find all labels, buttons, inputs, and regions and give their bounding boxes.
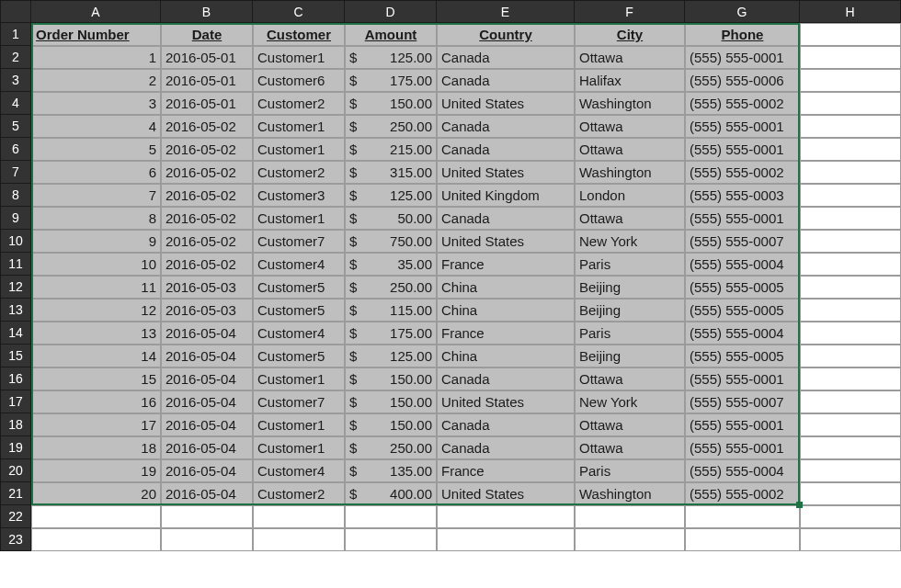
cell-amount[interactable]: $215.00 bbox=[345, 138, 437, 161]
cell-amount[interactable]: $250.00 bbox=[345, 436, 437, 459]
cell-blank[interactable] bbox=[437, 505, 575, 528]
cell-customer[interactable]: Customer1 bbox=[253, 115, 345, 138]
cell-H18[interactable] bbox=[800, 413, 901, 436]
cell-customer[interactable]: Customer5 bbox=[253, 299, 345, 322]
cell-order[interactable]: 16 bbox=[31, 390, 161, 413]
cell-order[interactable]: 18 bbox=[31, 436, 161, 459]
cell-date[interactable]: 2016-05-02 bbox=[161, 138, 253, 161]
cell-amount[interactable]: $150.00 bbox=[345, 413, 437, 436]
cell-date[interactable]: 2016-05-04 bbox=[161, 413, 253, 436]
cell-customer[interactable]: Customer2 bbox=[253, 92, 345, 115]
header-cell-date[interactable]: Date bbox=[161, 23, 253, 46]
cell-H2[interactable] bbox=[800, 46, 901, 69]
row-header-9[interactable]: 9 bbox=[0, 207, 31, 230]
cell-country[interactable]: United States bbox=[437, 230, 575, 253]
cell-customer[interactable]: Customer1 bbox=[253, 436, 345, 459]
cell-amount[interactable]: $250.00 bbox=[345, 115, 437, 138]
row-header-14[interactable]: 14 bbox=[0, 322, 31, 345]
cell-order[interactable]: 2 bbox=[31, 69, 161, 92]
cell-country[interactable]: United States bbox=[437, 92, 575, 115]
cell-amount[interactable]: $750.00 bbox=[345, 230, 437, 253]
cell-city[interactable]: New York bbox=[575, 230, 685, 253]
cell-phone[interactable]: (555) 555-0004 bbox=[685, 253, 800, 276]
cell-H7[interactable] bbox=[800, 161, 901, 184]
column-header-F[interactable]: F bbox=[575, 0, 685, 23]
cell-phone[interactable]: (555) 555-0004 bbox=[685, 459, 800, 482]
row-header-19[interactable]: 19 bbox=[0, 436, 31, 459]
row-header-17[interactable]: 17 bbox=[0, 390, 31, 413]
cell-country[interactable]: France bbox=[437, 459, 575, 482]
cell-amount[interactable]: $150.00 bbox=[345, 368, 437, 390]
cell-date[interactable]: 2016-05-04 bbox=[161, 322, 253, 345]
cell-phone[interactable]: (555) 555-0002 bbox=[685, 482, 800, 505]
cell-amount[interactable]: $125.00 bbox=[345, 46, 437, 69]
cell-H9[interactable] bbox=[800, 207, 901, 230]
cell-country[interactable]: United Kingdom bbox=[437, 184, 575, 207]
cell-blank[interactable] bbox=[31, 505, 161, 528]
cell-phone[interactable]: (555) 555-0005 bbox=[685, 299, 800, 322]
cell-phone[interactable]: (555) 555-0007 bbox=[685, 230, 800, 253]
cell-amount[interactable]: $50.00 bbox=[345, 207, 437, 230]
cell-country[interactable]: China bbox=[437, 276, 575, 299]
header-cell-customer[interactable]: Customer bbox=[253, 23, 345, 46]
cell-blank[interactable] bbox=[575, 528, 685, 551]
cell-date[interactable]: 2016-05-04 bbox=[161, 345, 253, 368]
cell-amount[interactable]: $175.00 bbox=[345, 322, 437, 345]
cell-order[interactable]: 9 bbox=[31, 230, 161, 253]
cell-date[interactable]: 2016-05-02 bbox=[161, 184, 253, 207]
cell-order[interactable]: 5 bbox=[31, 138, 161, 161]
cell-phone[interactable]: (555) 555-0005 bbox=[685, 276, 800, 299]
row-header-5[interactable]: 5 bbox=[0, 115, 31, 138]
cell-customer[interactable]: Customer5 bbox=[253, 276, 345, 299]
row-header-18[interactable]: 18 bbox=[0, 413, 31, 436]
cell-blank[interactable] bbox=[685, 505, 800, 528]
cell-blank[interactable] bbox=[253, 505, 345, 528]
cell-phone[interactable]: (555) 555-0004 bbox=[685, 322, 800, 345]
column-header-G[interactable]: G bbox=[685, 0, 800, 23]
column-header-E[interactable]: E bbox=[437, 0, 575, 23]
cell-date[interactable]: 2016-05-04 bbox=[161, 436, 253, 459]
cell-customer[interactable]: Customer1 bbox=[253, 138, 345, 161]
cell-order[interactable]: 1 bbox=[31, 46, 161, 69]
cell-phone[interactable]: (555) 555-0002 bbox=[685, 161, 800, 184]
header-cell-amount[interactable]: Amount bbox=[345, 23, 437, 46]
cell-H11[interactable] bbox=[800, 253, 901, 276]
cell-blank[interactable] bbox=[161, 505, 253, 528]
row-header-2[interactable]: 2 bbox=[0, 46, 31, 69]
column-header-C[interactable]: C bbox=[253, 0, 345, 23]
cell-city[interactable]: Washington bbox=[575, 92, 685, 115]
cell-country[interactable]: Canada bbox=[437, 436, 575, 459]
cell-order[interactable]: 3 bbox=[31, 92, 161, 115]
cell-order[interactable]: 4 bbox=[31, 115, 161, 138]
cell-order[interactable]: 11 bbox=[31, 276, 161, 299]
cell-H3[interactable] bbox=[800, 69, 901, 92]
cell-blank[interactable] bbox=[161, 528, 253, 551]
cell-date[interactable]: 2016-05-04 bbox=[161, 390, 253, 413]
header-cell-phone[interactable]: Phone bbox=[685, 23, 800, 46]
row-header-8[interactable]: 8 bbox=[0, 184, 31, 207]
cell-country[interactable]: France bbox=[437, 322, 575, 345]
cell-amount[interactable]: $250.00 bbox=[345, 276, 437, 299]
cell-customer[interactable]: Customer7 bbox=[253, 230, 345, 253]
row-header-7[interactable]: 7 bbox=[0, 161, 31, 184]
cell-order[interactable]: 17 bbox=[31, 413, 161, 436]
cell-city[interactable]: Ottawa bbox=[575, 413, 685, 436]
cell-city[interactable]: Ottawa bbox=[575, 436, 685, 459]
cell-H1[interactable] bbox=[800, 23, 901, 46]
cell-customer[interactable]: Customer1 bbox=[253, 207, 345, 230]
cell-order[interactable]: 8 bbox=[31, 207, 161, 230]
row-header-21[interactable]: 21 bbox=[0, 482, 31, 505]
cell-country[interactable]: United States bbox=[437, 390, 575, 413]
cell-H21[interactable] bbox=[800, 482, 901, 505]
cell-city[interactable]: Ottawa bbox=[575, 138, 685, 161]
spreadsheet-grid[interactable]: ABCDEFGH1Order NumberDateCustomerAmountC… bbox=[0, 0, 901, 551]
cell-amount[interactable]: $150.00 bbox=[345, 92, 437, 115]
row-header-11[interactable]: 11 bbox=[0, 253, 31, 276]
cell-blank[interactable] bbox=[345, 528, 437, 551]
cell-amount[interactable]: $135.00 bbox=[345, 459, 437, 482]
cell-amount[interactable]: $125.00 bbox=[345, 184, 437, 207]
cell-date[interactable]: 2016-05-01 bbox=[161, 46, 253, 69]
cell-date[interactable]: 2016-05-01 bbox=[161, 69, 253, 92]
row-header-6[interactable]: 6 bbox=[0, 138, 31, 161]
cell-date[interactable]: 2016-05-03 bbox=[161, 276, 253, 299]
